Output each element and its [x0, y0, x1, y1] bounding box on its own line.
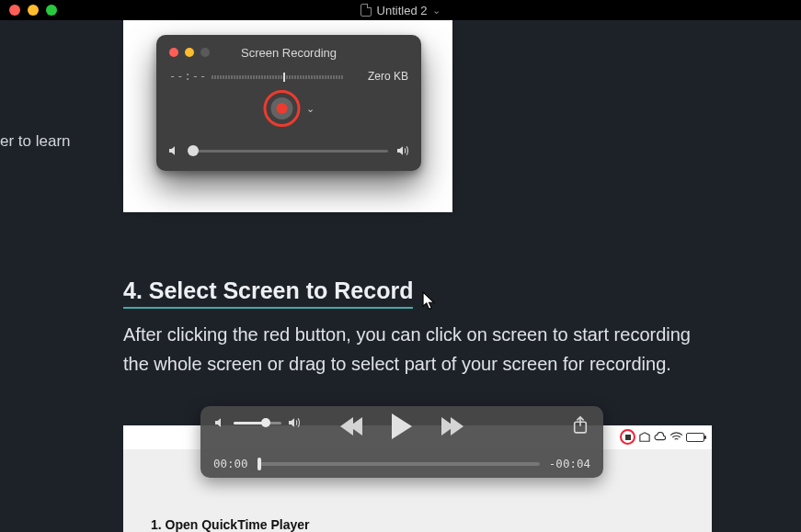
window-titlebar: Untitled 2 ⌄: [0, 0, 801, 20]
speaker-mute-icon: [167, 143, 182, 158]
file-size: Zero KB: [368, 70, 408, 83]
scrubber[interactable]: [257, 462, 540, 466]
document-content: er to learn Screen Recording --:-- Zero …: [0, 20, 801, 532]
window-title[interactable]: Untitled 2 ⌄: [0, 4, 801, 17]
volume-slider[interactable]: [189, 150, 388, 153]
time-row: 00:00 -00:04: [213, 457, 590, 470]
waveform: [212, 73, 349, 82]
volume-thumb[interactable]: [188, 145, 199, 156]
remaining-time: -00:04: [549, 457, 590, 470]
cloud-icon: [654, 432, 667, 443]
record-options-chevron-icon[interactable]: ⌄: [306, 103, 315, 115]
screen-recording-panel: Screen Recording --:-- Zero KB ⌄: [156, 35, 421, 171]
rewind-button[interactable]: [344, 417, 362, 436]
speaker-loud-icon[interactable]: [287, 415, 302, 430]
figure-screen-recording: Screen Recording --:-- Zero KB ⌄: [123, 20, 452, 212]
cursor-icon: [422, 291, 436, 309]
video-controller: 00:00 -00:04: [200, 406, 603, 478]
volume-row: [167, 143, 410, 158]
chevron-down-icon: ⌄: [432, 5, 441, 17]
document-icon: [360, 4, 372, 17]
window-title-text: Untitled 2: [377, 4, 428, 17]
record-button[interactable]: [271, 97, 293, 119]
menubar-icon: [638, 432, 651, 443]
current-time: 00:00: [213, 457, 248, 470]
playhead[interactable]: [257, 458, 261, 470]
record-button-group: ⌄: [264, 90, 315, 127]
speaker-mute-icon[interactable]: [213, 415, 228, 430]
record-highlight-ring: [264, 90, 301, 127]
volume-slider[interactable]: [234, 422, 281, 424]
section-heading: 4. Select Screen to Record: [123, 277, 413, 309]
volume-control: [213, 415, 302, 430]
wifi-icon: [669, 432, 683, 442]
play-button[interactable]: [392, 413, 412, 439]
speaker-loud-icon: [395, 143, 410, 158]
panel-title: Screen Recording: [156, 46, 421, 60]
share-button[interactable]: [572, 415, 589, 436]
transport-controls: [344, 413, 460, 439]
stop-recording-icon: [620, 429, 635, 445]
record-icon: [277, 103, 288, 114]
section-paragraph: After clicking the red button, you can c…: [123, 320, 703, 379]
partial-text-left: er to learn: [0, 130, 71, 153]
menubar-icons: [620, 429, 704, 445]
battery-icon: [686, 433, 704, 442]
fast-forward-button[interactable]: [441, 417, 460, 436]
elapsed-time: --:--: [169, 70, 207, 83]
volume-thumb[interactable]: [261, 418, 270, 427]
step-heading: 1. Open QuickTime Player: [151, 517, 309, 532]
